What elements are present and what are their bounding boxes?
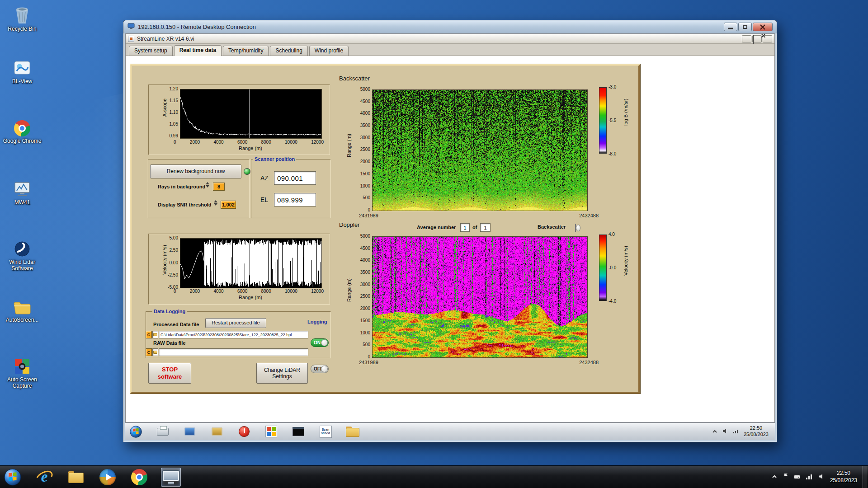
restart-processed-file-button[interactable]: Restart processed file [205,318,266,328]
tab-wind-profile[interactable]: Wind profile [309,46,349,56]
processed-browse-button[interactable] [152,331,158,338]
average-count-value[interactable]: 1 [480,223,491,232]
close-button[interactable] [753,23,773,31]
display-app-icon[interactable] [183,425,197,438]
tick-label: 2432488 [579,213,599,218]
stop-software-button[interactable]: STOP software [148,363,191,384]
network-icon[interactable] [733,427,739,436]
taskbar-chrome-icon[interactable] [129,468,149,487]
scan-sched-icon[interactable]: Scansched [319,425,332,438]
raw-drive-selector[interactable]: C [146,348,152,356]
recycle-bin-icon [2,5,42,24]
desktop-icon-autoscreen-folder[interactable]: AutoScreen... [2,296,42,324]
velocity-yticks: 5.00 2.50 0.00 -2.50 -5.00 [158,236,178,290]
desktop-icon-google-chrome[interactable]: Google Chrome [2,117,42,145]
tick-label: 2000 [190,289,200,294]
average-number-value[interactable]: 1 [460,223,470,232]
tick-label: 3000 [360,282,370,287]
minimize-button[interactable] [724,23,737,31]
rays-stepper[interactable] [206,182,209,188]
ascope-xlabel: Range (m) [180,145,321,151]
desktop-icon-recycle-bin[interactable]: Recycle Bin [2,5,42,33]
tick-label: -5.5 [609,118,616,123]
app-restore-button[interactable] [752,35,762,42]
show-desktop-button[interactable] [863,466,867,488]
action-center-flag-icon[interactable] [783,473,788,481]
tick-label: 10000 [285,289,297,294]
tick-label: 5000 [360,234,370,239]
snr-stepper[interactable] [214,200,217,206]
remote-clock-date: 25/08/2023 [744,432,769,438]
taskbar-clock[interactable]: 22:50 25/08/2023 [830,470,857,484]
tick-label: 2500 [360,147,370,152]
tab-scheduling[interactable]: Scheduling [270,46,307,56]
taskbar-media-player-icon[interactable] [98,468,118,487]
host-taskbar: e 22:50 25/08/2023 [0,465,868,488]
remote-start-button[interactable] [129,425,142,438]
raw-browse-button[interactable] [152,348,158,356]
hdd-icon[interactable] [794,473,800,481]
processed-drive-selector[interactable]: C [146,331,152,338]
hidden-icons-chevron[interactable] [712,427,717,436]
backscatter-colorbar-label: log B (/m/sr) [623,99,628,126]
rdp-titlebar[interactable]: 192.168.0.150 - Remote Desktop Connectio… [123,20,777,33]
tab-system-setup[interactable]: System setup [129,46,173,56]
network-icon[interactable] [806,473,812,481]
printer-icon[interactable] [156,425,170,438]
desktop-icon-mw41[interactable]: MW41 [2,179,42,206]
hidden-icons-chevron[interactable] [771,473,778,481]
taskbar-explorer-icon[interactable] [66,468,86,487]
change-button-line1: Change LiDAR [264,367,300,373]
backscatter-toggle-label: Backscatter [538,224,566,230]
tick-label: 0 [174,140,176,145]
taskbar-rdp-icon[interactable] [161,468,181,487]
scanner-group-title: Scanner position [253,156,296,162]
tick-label: 5000 [360,87,370,92]
desktop-icon-bl-view[interactable]: BL-View [2,58,42,85]
tick-label: 4.0 [609,232,615,237]
tick-label: 1.10 [170,110,178,115]
az-value[interactable]: 090.001 [274,171,316,185]
backscatter-toggle[interactable] [575,224,576,232]
desktop-icon-wind-lidar[interactable]: Wind Lidar Software [2,239,42,272]
volume-icon[interactable] [818,473,825,481]
tick-label: 4500 [360,246,370,251]
grid-app-icon[interactable] [264,425,278,438]
tick-label: 8000 [261,289,271,294]
snr-value[interactable]: 1.002 [221,201,236,209]
volume-icon[interactable] [722,427,728,436]
tick-label: 0 [368,355,370,359]
desktop-icon-auto-screen-capture[interactable]: Auto Screen Capture [2,356,42,389]
raw-logging-toggle[interactable]: OFF [311,365,329,373]
power-app-icon[interactable] [237,425,251,438]
doppler-xticks: 2431989 2432488 [359,360,599,365]
velocity-xlabel: Range (m) [180,295,321,300]
tick-label: 2431989 [359,213,378,218]
renew-background-button[interactable]: Renew background now [150,164,241,178]
tab-real-time-data[interactable]: Real time data [174,45,222,56]
doppler-yticks: 5000 4500 4000 3500 3000 2500 2000 1500 … [355,234,370,359]
app-close-button[interactable] [763,35,772,42]
raw-path-field[interactable] [159,348,308,356]
remote-clock[interactable]: 22:50 25/08/2023 [744,425,771,438]
start-button[interactable] [3,468,23,487]
app-minimize-button[interactable] [742,35,751,42]
folder-taskbar-icon[interactable] [346,425,359,438]
tick-label: 4000 [360,258,370,263]
el-value[interactable]: 089.999 [274,193,316,206]
terminal-icon[interactable] [292,425,305,438]
raw-file-label: RAW Data file [153,340,186,346]
rays-value[interactable]: 8 [213,183,225,191]
tick-label: 6000 [237,289,247,294]
tick-label: 0 [368,208,370,212]
tick-label: 12000 [311,289,324,294]
app-titlebar[interactable]: StreamLine XR v14-6.vi [126,34,774,44]
tab-temp-humidity[interactable]: Temp/humidity [223,46,269,56]
chart-app-icon[interactable] [210,425,224,438]
change-lidar-settings-button[interactable]: Change LiDAR Settings [256,363,308,384]
processed-logging-toggle[interactable]: ON [311,338,329,347]
taskbar-ie-icon[interactable]: e [34,468,54,487]
processed-path-field[interactable]: C:\Lidar\Data\Proc\2023\202308\20230825\… [159,331,308,338]
maximize-button[interactable] [738,23,752,31]
tick-label: 500 [363,196,370,200]
